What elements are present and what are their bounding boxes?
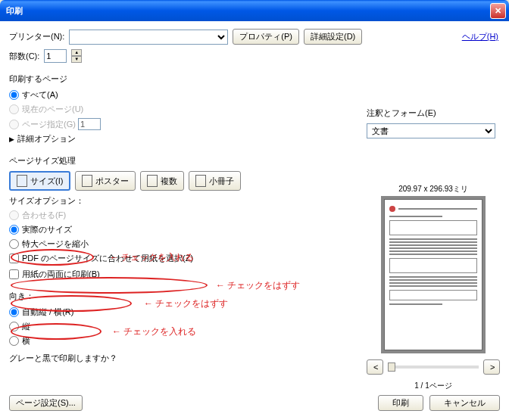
prev-page-button[interactable]: < bbox=[367, 359, 383, 375]
note-4: ← チェックを入れる bbox=[112, 325, 196, 338]
note-3: ← チェックをはずす bbox=[144, 297, 228, 310]
check-choose-paper[interactable] bbox=[9, 254, 19, 263]
radio-all[interactable] bbox=[9, 90, 19, 100]
size-option-label: サイズオプション： bbox=[9, 195, 373, 207]
booklet-icon bbox=[195, 175, 206, 187]
page-counter: 1 / 1ページ bbox=[367, 381, 500, 391]
radio-landscape[interactable] bbox=[9, 336, 19, 346]
radio-auto-orient[interactable] bbox=[9, 307, 19, 317]
close-button[interactable]: ✕ bbox=[490, 3, 506, 19]
titlebar: 印刷 ✕ bbox=[0, 0, 509, 21]
poster-icon bbox=[82, 175, 92, 187]
size-icon bbox=[17, 175, 27, 187]
fit-label: 合わせる(F) bbox=[22, 210, 66, 221]
radio-range bbox=[9, 120, 19, 129]
print-button[interactable]: 印刷 bbox=[378, 395, 423, 411]
multi-button[interactable]: 複数 bbox=[140, 171, 184, 191]
shrink-label: 特大ページを縮小 bbox=[22, 238, 89, 250]
current-label: 現在のページ(U) bbox=[22, 104, 83, 115]
auto-label: 自動縦 / 横(R) bbox=[22, 306, 73, 318]
more-options[interactable]: 詳細オプション bbox=[9, 133, 373, 145]
copies-input[interactable] bbox=[44, 49, 67, 63]
check-duplex[interactable] bbox=[9, 269, 19, 279]
landscape-label: 横 bbox=[22, 335, 30, 347]
multi-icon bbox=[147, 175, 158, 187]
booklet-button[interactable]: 小冊子 bbox=[189, 171, 241, 191]
printer-select[interactable] bbox=[69, 30, 228, 45]
comments-title: 注釈とフォーム(E) bbox=[367, 107, 500, 119]
preview-dims: 209.97 x 296.93ミリ bbox=[367, 184, 500, 194]
help-link[interactable]: ヘルプ(H) bbox=[462, 31, 498, 42]
copies-spinner[interactable]: ▲▼ bbox=[71, 49, 82, 63]
note-1: ← チェックを入れる bbox=[110, 251, 194, 264]
dialog-content: ヘルプ(H) プリンター(N): プロパティ(P) 詳細設定(D) 部数(C):… bbox=[0, 21, 509, 420]
radio-shrink[interactable] bbox=[9, 239, 19, 249]
radio-actual[interactable] bbox=[9, 225, 19, 235]
duplex-label: 用紙の両面に印刷(B) bbox=[22, 269, 100, 280]
portrait-label: 縦 bbox=[22, 321, 30, 332]
note-2: ← チェックをはずす bbox=[216, 279, 300, 292]
all-label: すべて(A) bbox=[22, 89, 58, 101]
radio-portrait[interactable] bbox=[9, 322, 19, 331]
zoom-slider[interactable] bbox=[388, 366, 479, 369]
preview-page bbox=[389, 206, 477, 344]
range-label: ページ指定(G) bbox=[22, 119, 76, 130]
page-setup-button[interactable]: ページ設定(S)... bbox=[9, 395, 83, 411]
gray-question: グレーと黒で印刷しますか？ bbox=[9, 353, 373, 364]
properties-button[interactable]: プロパティ(P) bbox=[233, 29, 299, 45]
range-input bbox=[78, 118, 101, 130]
cancel-button[interactable]: キャンセル bbox=[429, 395, 500, 411]
window-title: 印刷 bbox=[6, 5, 490, 17]
size-button[interactable]: サイズ(I) bbox=[9, 171, 70, 191]
radio-fit bbox=[9, 210, 19, 220]
printer-label: プリンター(N): bbox=[9, 31, 64, 42]
copies-label: 部数(C): bbox=[9, 51, 39, 62]
next-page-button[interactable]: > bbox=[483, 359, 500, 375]
advanced-button[interactable]: 詳細設定(D) bbox=[304, 29, 362, 45]
sizing-title: ページサイズ処理 bbox=[9, 155, 373, 166]
preview-box bbox=[384, 199, 482, 350]
comments-select[interactable]: 文書 bbox=[367, 123, 495, 138]
radio-current bbox=[9, 104, 19, 114]
poster-button[interactable]: ポスター bbox=[75, 171, 136, 191]
pages-title: 印刷するページ bbox=[9, 73, 373, 85]
actual-label: 実際のサイズ bbox=[22, 224, 72, 235]
